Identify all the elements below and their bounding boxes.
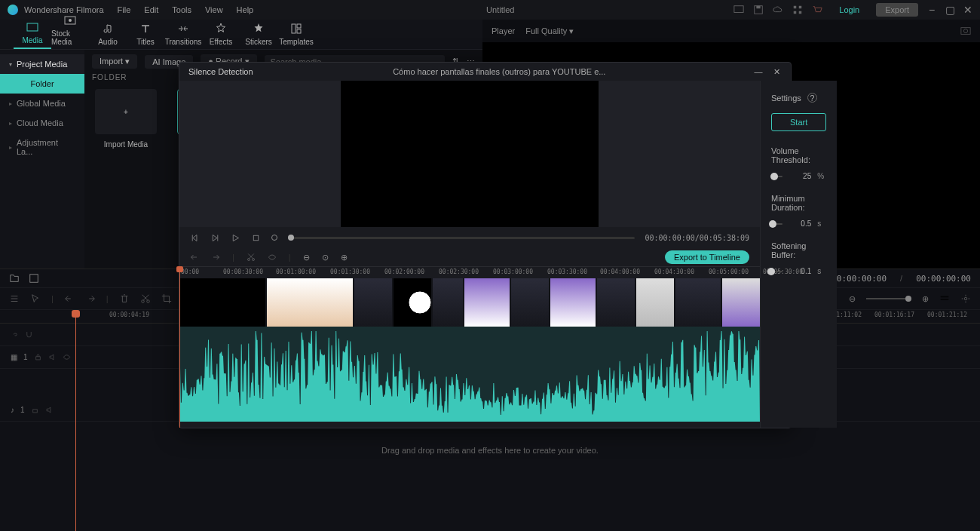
play-icon[interactable] — [231, 233, 240, 243]
magnet-icon[interactable] — [25, 330, 33, 339]
save-icon[interactable] — [753, 5, 764, 15]
zoom-out-icon[interactable]: ⊖ — [849, 294, 856, 304]
marker-dot-icon[interactable] — [271, 235, 277, 241]
export-timeline-button[interactable]: Export to Timeline — [665, 250, 749, 264]
tab-stickers[interactable]: Stickers — [240, 23, 277, 49]
svg-point-22 — [146, 300, 149, 303]
crop-icon[interactable] — [161, 293, 172, 304]
login-button[interactable]: Login — [831, 4, 867, 16]
modal-minimize[interactable]: — — [753, 66, 764, 77]
modal-timecode: 00:00:00:00/00:05:38:09 — [645, 234, 749, 242]
expand-icon[interactable] — [29, 273, 39, 284]
modal-ruler[interactable]: 00:00 00:00:30:00 00:01:00:00 00:01:30:0… — [179, 266, 760, 278]
softening-buffer-slider[interactable] — [771, 271, 782, 272]
audio-track-icon: ♪ — [11, 406, 14, 414]
snapshot-icon[interactable] — [960, 26, 971, 36]
tab-templates[interactable]: Templates — [277, 23, 315, 49]
softening-buffer-label: Softening Buffer: — [771, 241, 826, 259]
folder-icon[interactable] — [9, 273, 20, 284]
menu-tools[interactable]: Tools — [172, 5, 191, 14]
svg-point-9 — [69, 19, 72, 22]
svg-rect-24 — [941, 296, 949, 298]
svg-rect-7 — [27, 23, 38, 31]
nav-adjustment-layer[interactable]: Adjustment La... — [0, 133, 84, 161]
redo-icon[interactable] — [85, 293, 96, 304]
svg-rect-5 — [794, 11, 797, 14]
zoom-reset-icon[interactable]: ⊙ — [322, 253, 329, 262]
undo-icon[interactable] — [190, 253, 199, 262]
svg-point-28 — [66, 356, 67, 358]
settings-icon[interactable] — [960, 293, 971, 304]
modal-playhead[interactable] — [179, 266, 180, 428]
start-button[interactable]: Start — [771, 113, 826, 131]
stop-icon[interactable] — [251, 233, 261, 243]
modal-thumbs[interactable] — [179, 278, 760, 327]
svg-rect-6 — [799, 11, 802, 14]
tab-audio[interactable]: Audio — [89, 23, 127, 49]
zoom-out-icon[interactable]: ⊖ — [303, 253, 310, 262]
import-dropdown[interactable]: Import ▾ — [92, 54, 137, 69]
export-button[interactable]: Export — [876, 3, 918, 17]
tab-stock[interactable]: Stock Media — [51, 14, 89, 49]
svg-rect-25 — [941, 299, 949, 300]
lock-icon[interactable] — [31, 406, 39, 414]
timeline-playhead[interactable] — [75, 310, 76, 531]
modal-waveform[interactable] — [179, 327, 760, 422]
menu-edit[interactable]: Edit — [144, 5, 158, 14]
menu-file[interactable]: File — [118, 5, 131, 14]
cloud-icon[interactable] — [773, 5, 783, 15]
zoom-in-icon[interactable]: ⊕ — [341, 253, 348, 262]
mute-icon[interactable] — [48, 353, 57, 361]
apps-icon[interactable] — [792, 5, 803, 15]
modal-preview — [179, 81, 760, 227]
progress-bar[interactable] — [288, 237, 635, 239]
nav-folder[interactable]: Folder — [0, 74, 84, 94]
menu-help[interactable]: Help — [237, 5, 254, 14]
window-minimize[interactable]: − — [927, 5, 936, 14]
import-media-label: Import Media — [104, 140, 148, 149]
svg-rect-12 — [297, 29, 301, 33]
cut-icon[interactable] — [140, 293, 151, 304]
screen-icon[interactable] — [733, 5, 744, 15]
view-icon[interactable] — [939, 293, 950, 304]
settings-label: Settings — [771, 94, 801, 103]
nav-cloud-media[interactable]: Cloud Media — [0, 113, 84, 133]
cart-icon[interactable] — [812, 5, 822, 15]
tab-effects[interactable]: Effects — [202, 23, 240, 49]
eye-icon[interactable] — [268, 253, 277, 262]
tab-transitions[interactable]: Transitions — [164, 23, 202, 49]
redo-icon[interactable] — [211, 253, 220, 262]
nav-global-media[interactable]: Global Media — [0, 94, 84, 113]
menu-view[interactable]: View — [205, 5, 223, 14]
drop-hint: Drag and drop media and effects here to … — [381, 446, 599, 455]
window-close[interactable]: ✕ — [963, 5, 972, 14]
tab-media[interactable]: Media — [14, 21, 51, 49]
import-media-cell[interactable]: + Import Media — [92, 89, 160, 149]
nav-project-media[interactable]: Project Media — [0, 54, 84, 74]
modal-close[interactable]: ✕ — [771, 66, 782, 77]
prev-icon[interactable] — [210, 233, 220, 243]
pointer-icon[interactable] — [30, 293, 41, 304]
volume-threshold-slider[interactable] — [771, 176, 782, 177]
zoom-in-icon[interactable]: ⊕ — [922, 294, 929, 304]
timecode-current: 00:00:00:00 — [831, 274, 887, 284]
info-icon[interactable]: ? — [807, 93, 817, 103]
lock-icon[interactable] — [34, 353, 42, 361]
cut-icon[interactable] — [247, 253, 256, 262]
undo-icon[interactable] — [64, 293, 75, 304]
window-maximize[interactable]: ▢ — [945, 5, 954, 14]
link-icon[interactable] — [11, 330, 19, 339]
svg-rect-10 — [292, 24, 296, 33]
minimum-duration-slider[interactable] — [771, 223, 782, 225]
adjust-icon[interactable] — [9, 293, 20, 304]
source-tabs: Media Stock Media Audio Titles Transitio… — [0, 20, 482, 50]
quality-dropdown[interactable]: Full Quality ▾ — [525, 26, 574, 36]
svg-point-19 — [963, 29, 967, 32]
document-title: Untitled — [267, 5, 733, 14]
delete-icon[interactable] — [119, 293, 130, 304]
tab-titles[interactable]: Titles — [127, 23, 164, 49]
step-back-icon[interactable] — [190, 233, 200, 243]
mute-icon[interactable] — [45, 406, 54, 414]
player-tab[interactable]: Player — [492, 26, 515, 35]
eye-icon[interactable] — [63, 353, 71, 361]
